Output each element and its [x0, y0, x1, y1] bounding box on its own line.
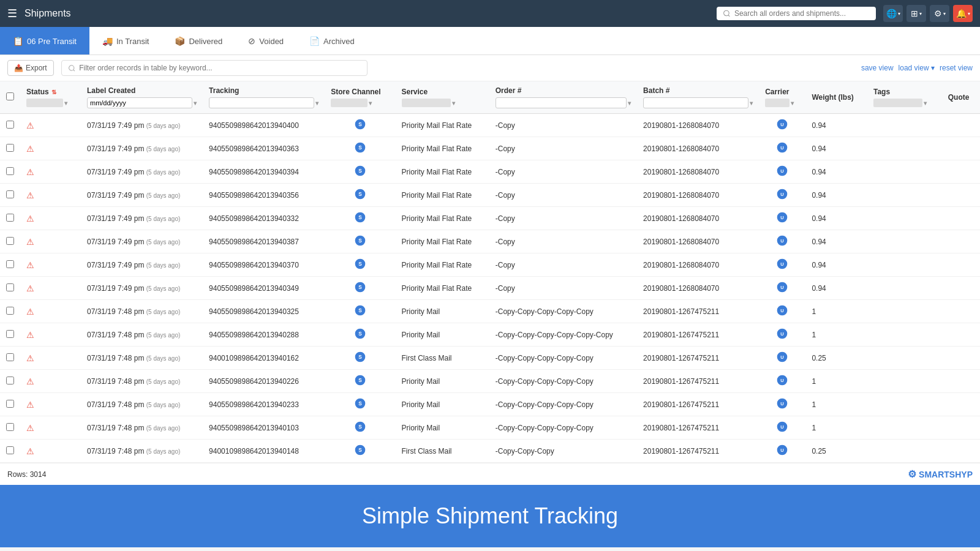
row-quote: [942, 347, 980, 370]
svg-text:S: S: [358, 447, 362, 453]
carrier-icon: U: [776, 258, 788, 270]
row-checkbox-cell: [0, 207, 20, 230]
store-channel-icon: S: [354, 234, 366, 247]
main-content: 📋 06 Pre Transit 🚚 In Transit 📦 Delivere…: [0, 27, 980, 485]
row-status: ⚠: [20, 230, 81, 253]
label-created-filter-input[interactable]: [87, 97, 192, 108]
order-num-filter-icon[interactable]: ▾: [628, 100, 631, 107]
tracking-filter-input[interactable]: [209, 97, 314, 108]
order-num-filter-input[interactable]: [496, 97, 627, 108]
row-checkbox[interactable]: [6, 214, 14, 222]
row-checkbox[interactable]: [6, 400, 14, 408]
svg-text:U: U: [781, 401, 784, 407]
header-batch-num: Batch # ▾: [637, 81, 759, 114]
row-status: ⚠: [20, 323, 81, 347]
row-quote: [942, 253, 980, 277]
row-tags: [867, 230, 942, 253]
table-row[interactable]: ⚠ 07/31/19 7:48 pm (5 days ago) 94055098…: [0, 300, 980, 323]
tab-voided[interactable]: ⊘ Voided: [235, 27, 296, 54]
row-checkbox[interactable]: [6, 377, 14, 384]
store-channel-icon: S: [354, 258, 366, 270]
tags-filter-icon[interactable]: ▾: [924, 100, 927, 107]
row-tags: [867, 277, 942, 300]
select-all-checkbox[interactable]: [6, 92, 14, 100]
row-batch-num: 20190801-1267475211: [637, 370, 759, 393]
view-controls: save view load view ▾ reset view: [861, 64, 973, 72]
table-row[interactable]: ⚠ 07/31/19 7:48 pm (5 days ago) 94055098…: [0, 393, 980, 416]
table-row[interactable]: ⚠ 07/31/19 7:48 pm (5 days ago) 94001098…: [0, 440, 980, 463]
table-row[interactable]: ⚠ 07/31/19 7:49 pm (5 days ago) 94055098…: [0, 137, 980, 160]
row-tags: [867, 207, 942, 230]
row-store-channel: S: [325, 323, 395, 347]
table-row[interactable]: ⚠ 07/31/19 7:48 pm (5 days ago) 94001098…: [0, 347, 980, 370]
grid-button[interactable]: ⊞▾: [907, 5, 926, 22]
store-channel-filter-icon[interactable]: ▾: [369, 100, 372, 107]
table-row[interactable]: ⚠ 07/31/19 7:49 pm (5 days ago) 94055098…: [0, 277, 980, 300]
row-checkbox[interactable]: [6, 167, 14, 175]
row-checkbox[interactable]: [6, 121, 14, 129]
table-row[interactable]: ⚠ 07/31/19 7:49 pm (5 days ago) 94055098…: [0, 230, 980, 253]
load-view-button[interactable]: load view ▾: [899, 64, 935, 72]
tab-bar: 📋 06 Pre Transit 🚚 In Transit 📦 Delivere…: [0, 27, 980, 55]
tracking-filter-icon[interactable]: ▾: [315, 100, 318, 107]
globe-button[interactable]: 🌐▾: [883, 5, 903, 22]
export-button[interactable]: 📤 Export: [7, 60, 54, 76]
row-checkbox[interactable]: [6, 353, 14, 361]
row-carrier: U: [759, 440, 805, 463]
hamburger-icon[interactable]: ☰: [7, 7, 17, 20]
table-row[interactable]: ⚠ 07/31/19 7:49 pm (5 days ago) 94055098…: [0, 253, 980, 277]
row-tracking: 9405509898642013940226: [203, 370, 325, 393]
row-checkbox[interactable]: [6, 144, 14, 152]
row-checkbox[interactable]: [6, 190, 14, 198]
row-checkbox-cell: [0, 253, 20, 277]
carrier-icon: U: [776, 421, 788, 433]
batch-num-filter-icon[interactable]: ▾: [750, 100, 753, 107]
row-checkbox[interactable]: [6, 283, 14, 291]
status-warning-icon: ⚠: [26, 307, 34, 317]
row-batch-num: 20190801-1267475211: [637, 300, 759, 323]
reset-view-button[interactable]: reset view: [940, 64, 973, 72]
row-carrier: U: [759, 323, 805, 347]
gear-button[interactable]: ⚙▾: [930, 5, 949, 22]
table-row[interactable]: ⚠ 07/31/19 7:48 pm (5 days ago) 94055098…: [0, 370, 980, 393]
row-batch-num: 20190801-1267475211: [637, 323, 759, 347]
service-filter-icon[interactable]: ▾: [452, 100, 455, 107]
bell-button[interactable]: 🔔▾: [953, 5, 973, 22]
table-row[interactable]: ⚠ 07/31/19 7:48 pm (5 days ago) 94055098…: [0, 416, 980, 440]
row-checkbox[interactable]: [6, 307, 14, 315]
row-weight: 1: [805, 393, 867, 416]
table-row[interactable]: ⚠ 07/31/19 7:49 pm (5 days ago) 94055098…: [0, 207, 980, 230]
carrier-filter-icon[interactable]: ▾: [791, 100, 794, 107]
row-checkbox[interactable]: [6, 446, 14, 454]
tab-pre-transit[interactable]: 📋 06 Pre Transit: [0, 27, 89, 54]
tab-archived[interactable]: 📄 Archived: [296, 27, 368, 54]
batch-num-filter-input[interactable]: [643, 97, 748, 108]
tab-in-transit[interactable]: 🚚 In Transit: [89, 27, 162, 54]
save-view-button[interactable]: save view: [861, 64, 894, 72]
table-row[interactable]: ⚠ 07/31/19 7:49 pm (5 days ago) 94055098…: [0, 160, 980, 184]
row-tags: [867, 370, 942, 393]
svg-text:U: U: [781, 424, 784, 430]
header-tracking: Tracking ▾: [203, 81, 325, 114]
row-checkbox[interactable]: [6, 330, 14, 338]
label-created-filter-icon[interactable]: ▾: [194, 100, 197, 107]
row-checkbox[interactable]: [6, 237, 14, 245]
table-row[interactable]: ⚠ 07/31/19 7:48 pm (5 days ago) 94055098…: [0, 323, 980, 347]
carrier-icon: U: [776, 397, 788, 410]
status-sort-icon[interactable]: ⇅: [51, 89, 56, 96]
row-checkbox[interactable]: [6, 423, 14, 431]
row-checkbox[interactable]: [6, 260, 14, 268]
filter-search-input[interactable]: [79, 64, 361, 72]
table-row[interactable]: ⚠ 07/31/19 7:49 pm (5 days ago) 94055098…: [0, 184, 980, 207]
row-tags: [867, 347, 942, 370]
row-quote: [942, 370, 980, 393]
table-row[interactable]: ⚠ 07/31/19 7:49 pm (5 days ago) 94055098…: [0, 114, 980, 137]
svg-text:U: U: [781, 145, 784, 151]
row-tracking: 9405509898642013940400: [203, 114, 325, 137]
row-tracking: 9405509898642013940356: [203, 184, 325, 207]
global-search-input[interactable]: [734, 9, 870, 18]
carrier-icon: U: [776, 211, 788, 223]
row-order-num: -Copy: [489, 160, 637, 184]
tab-delivered[interactable]: 📦 Delivered: [162, 27, 235, 54]
status-filter-icon[interactable]: ▾: [64, 100, 67, 107]
